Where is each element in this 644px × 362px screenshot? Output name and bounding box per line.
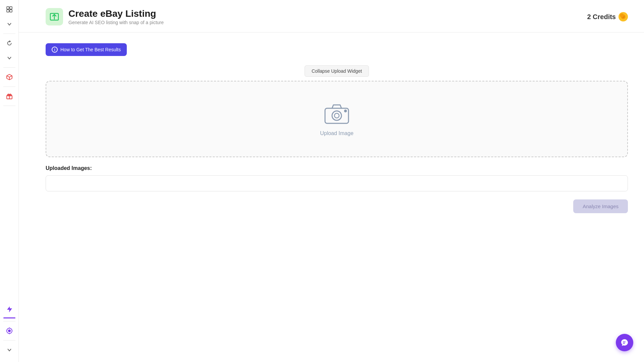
- header-left: Create eBay Listing Generate AI SEO list…: [46, 8, 164, 25]
- collapse-upload-widget-button[interactable]: Collapse Upload Widget: [305, 65, 369, 77]
- sidebar-divider-6: [3, 340, 15, 341]
- svg-point-16: [619, 12, 628, 21]
- page-header: Create eBay Listing Generate AI SEO list…: [19, 0, 644, 33]
- sidebar: [0, 0, 19, 362]
- header-text: Create eBay Listing Generate AI SEO list…: [68, 8, 164, 25]
- svg-point-22: [344, 110, 346, 112]
- svg-point-18: [622, 15, 625, 18]
- analyze-section: Analyze Images: [46, 199, 628, 213]
- svg-rect-0: [7, 7, 9, 9]
- header-icon-box: [46, 8, 63, 25]
- credits-value: 2 Credits: [587, 13, 616, 21]
- svg-point-21: [334, 113, 339, 118]
- sidebar-lightning-btn[interactable]: [3, 303, 16, 316]
- sidebar-chevron-btn-3[interactable]: [3, 343, 16, 357]
- sidebar-chevron-btn-1[interactable]: [3, 17, 16, 31]
- sidebar-divider-4: [3, 106, 15, 106]
- uploaded-images-bar: [46, 175, 628, 191]
- sidebar-chevron-btn-2[interactable]: [3, 51, 16, 65]
- main-content: Create eBay Listing Generate AI SEO list…: [19, 0, 644, 362]
- page-subtitle: Generate AI SEO listing with snap of a p…: [68, 20, 164, 25]
- sidebar-bottom: [3, 303, 16, 359]
- credits-display: 2 Credits: [587, 12, 628, 21]
- chat-icon: [621, 339, 629, 347]
- sidebar-gift-btn[interactable]: [3, 89, 16, 103]
- info-icon: i: [52, 47, 58, 53]
- svg-point-17: [621, 14, 626, 19]
- sidebar-layout-btn[interactable]: [3, 3, 16, 16]
- collapse-section: Collapse Upload Widget: [46, 65, 628, 77]
- camera-icon: [323, 102, 350, 125]
- svg-rect-2: [7, 10, 9, 12]
- credits-coin-icon: [619, 12, 628, 21]
- svg-rect-3: [10, 10, 12, 12]
- uploaded-images-title: Uploaded Images:: [46, 165, 628, 171]
- chat-support-button[interactable]: [616, 334, 633, 351]
- collapse-btn-label: Collapse Upload Widget: [312, 68, 362, 74]
- svg-point-11: [8, 329, 11, 332]
- upload-image-label: Upload Image: [320, 130, 354, 136]
- sidebar-box-btn[interactable]: [3, 70, 16, 84]
- page-body: i How to Get The Best Results Collapse U…: [19, 33, 644, 224]
- sidebar-refresh-btn[interactable]: [3, 37, 16, 50]
- sidebar-divider-3: [3, 86, 15, 87]
- page-title: Create eBay Listing: [68, 8, 164, 19]
- sidebar-divider-5: [3, 321, 15, 321]
- how-to-best-results-button[interactable]: i How to Get The Best Results: [46, 43, 127, 56]
- how-to-label: How to Get The Best Results: [60, 47, 121, 52]
- sidebar-divider-2: [3, 67, 15, 68]
- sidebar-divider-1: [3, 34, 15, 34]
- analyze-btn-label: Analyze Images: [583, 203, 619, 209]
- analyze-images-button[interactable]: Analyze Images: [573, 199, 628, 213]
- sidebar-credits-btn[interactable]: [3, 324, 16, 338]
- upload-dropzone[interactable]: Upload Image: [46, 81, 628, 157]
- uploaded-images-section: Uploaded Images:: [46, 165, 628, 191]
- svg-point-20: [332, 111, 341, 120]
- svg-rect-1: [10, 7, 12, 9]
- sidebar-active-indicator: [3, 317, 15, 318]
